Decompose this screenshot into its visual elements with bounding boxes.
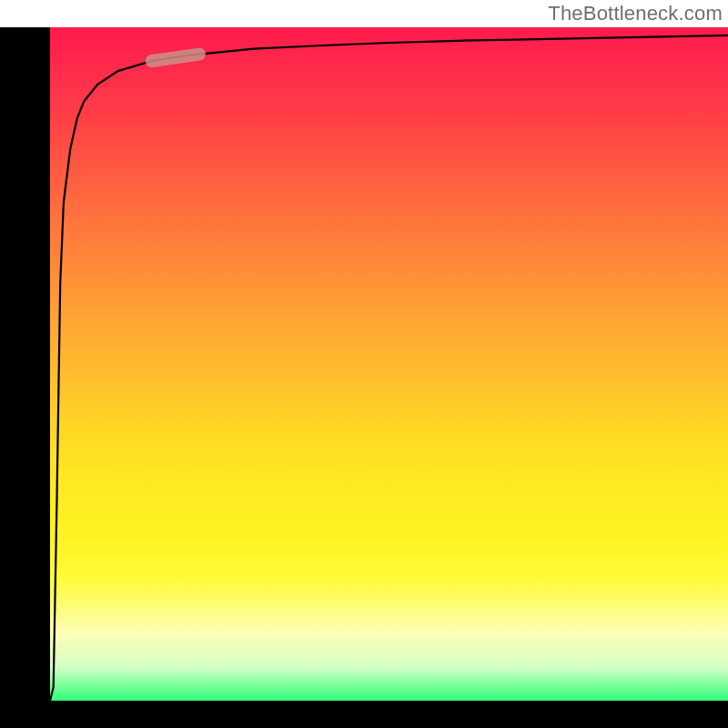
curve-path	[50, 35, 728, 701]
watermark-text: TheBottleneck.com	[548, 2, 723, 25]
axis-x-frame	[0, 701, 728, 728]
plot-area	[50, 27, 728, 701]
chart-container: TheBottleneck.com	[0, 0, 728, 728]
curve-svg	[50, 27, 728, 701]
curve-highlight	[152, 55, 199, 61]
axis-y-frame	[0, 27, 50, 701]
